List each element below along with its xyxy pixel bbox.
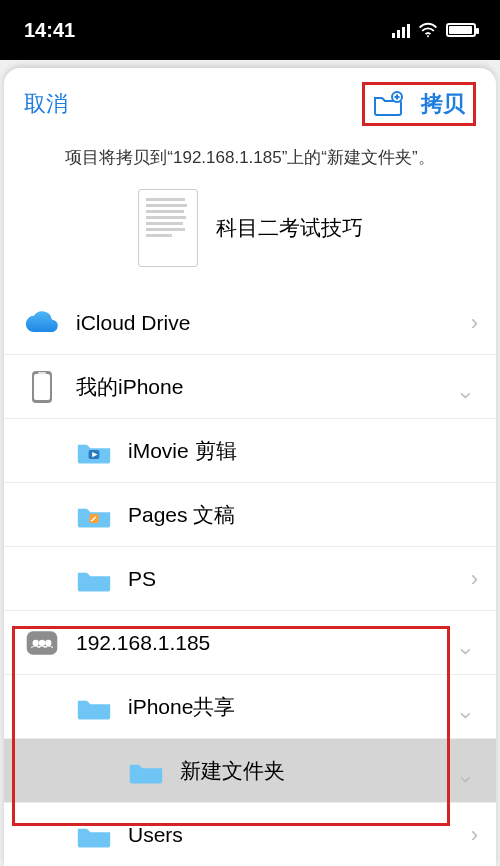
new-folder-icon[interactable] bbox=[373, 91, 403, 117]
location-icloud-drive[interactable]: iCloud Drive › bbox=[4, 291, 496, 355]
folder-label: 新建文件夹 bbox=[166, 757, 454, 785]
chevron-right-icon: › bbox=[454, 822, 478, 848]
folder-icon bbox=[74, 437, 114, 465]
location-label: 192.168.1.185 bbox=[62, 631, 454, 655]
svg-point-11 bbox=[45, 639, 51, 645]
svg-rect-3 bbox=[34, 374, 50, 400]
copy-sheet: 取消 拷贝 项目将拷贝到“192.168.1.185”上的“新建文件夹”。 bbox=[4, 68, 496, 866]
folder-imovie[interactable]: iMovie 剪辑 bbox=[4, 419, 496, 483]
folder-icon bbox=[74, 501, 114, 529]
folder-icon bbox=[74, 821, 114, 849]
navbar: 取消 拷贝 bbox=[4, 68, 496, 140]
wifi-icon bbox=[418, 22, 438, 38]
folder-icon bbox=[126, 757, 166, 785]
chevron-right-icon: › bbox=[454, 310, 478, 336]
folder-users[interactable]: Users › bbox=[4, 803, 496, 866]
signal-icon bbox=[392, 22, 410, 38]
icloud-icon bbox=[22, 310, 62, 336]
folder-ps[interactable]: PS › bbox=[4, 547, 496, 611]
cancel-button[interactable]: 取消 bbox=[24, 89, 68, 119]
svg-point-10 bbox=[39, 639, 45, 645]
svg-point-9 bbox=[33, 639, 39, 645]
iphone-icon bbox=[22, 369, 62, 405]
location-label: 我的iPhone bbox=[62, 373, 454, 401]
folder-label: Users bbox=[114, 823, 454, 847]
folder-label: iMovie 剪辑 bbox=[114, 437, 478, 465]
folder-new-folder[interactable]: 新建文件夹 › bbox=[4, 739, 496, 803]
document-title: 科目二考试技巧 bbox=[216, 214, 363, 242]
folder-label: Pages 文稿 bbox=[114, 501, 478, 529]
folder-label: PS bbox=[114, 567, 454, 591]
location-my-iphone[interactable]: 我的iPhone › bbox=[4, 355, 496, 419]
chevron-down-icon: › bbox=[453, 759, 479, 783]
chevron-down-icon: › bbox=[453, 695, 479, 719]
folder-iphone-share[interactable]: iPhone共享 › bbox=[4, 675, 496, 739]
nav-action-highlight: 拷贝 bbox=[362, 82, 476, 126]
info-text: 项目将拷贝到“192.168.1.185”上的“新建文件夹”。 bbox=[4, 140, 496, 183]
chevron-down-icon: › bbox=[453, 375, 479, 399]
server-icon bbox=[22, 628, 62, 658]
svg-rect-4 bbox=[38, 372, 46, 374]
copy-button[interactable]: 拷贝 bbox=[421, 89, 465, 119]
chevron-right-icon: › bbox=[454, 566, 478, 592]
location-server[interactable]: 192.168.1.185 › bbox=[4, 611, 496, 675]
folder-icon bbox=[74, 693, 114, 721]
status-time: 14:41 bbox=[24, 19, 75, 42]
location-label: iCloud Drive bbox=[62, 311, 454, 335]
document-preview: 科目二考试技巧 bbox=[4, 183, 496, 285]
folder-pages[interactable]: Pages 文稿 bbox=[4, 483, 496, 547]
document-thumbnail bbox=[138, 189, 198, 267]
location-list: iCloud Drive › 我的iPhone › iMov bbox=[4, 291, 496, 866]
status-bar: 14:41 bbox=[0, 0, 500, 60]
chevron-down-icon: › bbox=[453, 631, 479, 655]
folder-label: iPhone共享 bbox=[114, 693, 454, 721]
battery-icon bbox=[446, 23, 476, 37]
folder-icon bbox=[74, 565, 114, 593]
svg-point-0 bbox=[427, 35, 429, 37]
